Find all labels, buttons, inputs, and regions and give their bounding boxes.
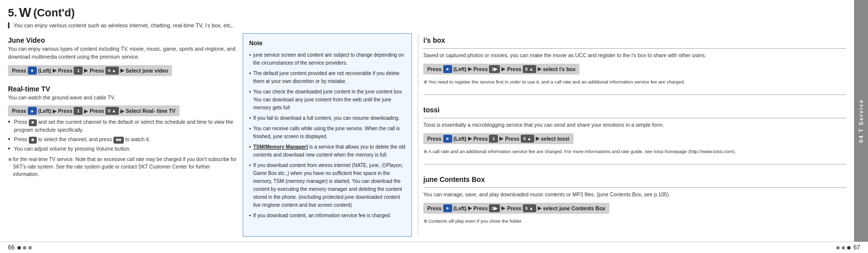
press-label-ts: Press	[427, 136, 442, 142]
press-label3-jv: Press	[90, 68, 104, 74]
title-number: 5.	[8, 6, 17, 19]
june-contents-box-note: Contents sill play even if you close the…	[423, 218, 846, 225]
page-wrapper: 5. W (Cont'd) You can enjoy various cont…	[0, 0, 868, 242]
select-text-ib: select i's box	[543, 66, 576, 72]
num5-btn-ts: 5 ▲	[521, 135, 534, 143]
left-label-jv: (Left)	[38, 68, 51, 74]
note-list: june service screen and content are subj…	[249, 51, 405, 220]
num1-btn-jcb: 1▶	[489, 204, 500, 212]
arrow2-rt: ▶	[84, 108, 88, 114]
arrow1-rt: ▶	[53, 108, 57, 114]
is-box-divider	[423, 48, 846, 49]
arrow1-jcb: ▶	[468, 205, 472, 211]
tsm-label: TSM(Memory Manager)	[253, 144, 308, 150]
footer-right: 67	[836, 244, 860, 251]
press-label3-rt: Press	[90, 108, 104, 114]
press-label2-jcb: Press	[474, 205, 488, 211]
june-contents-box-title: june Contents Box	[423, 175, 846, 183]
rt-note: for the real-time TV service. Note that …	[8, 156, 237, 178]
note-title: Note	[249, 39, 405, 48]
note-item-3: You can check the downloaded june conten…	[249, 88, 405, 112]
rt-bullet-1: Press ■ and set the current channel to t…	[8, 118, 237, 134]
title-suffix: (Cont'd)	[33, 6, 75, 19]
num5-btn-jcb: 5 ▲	[523, 204, 536, 212]
arrow3-rt: ▶	[120, 108, 124, 114]
num5-btn-ib: 5 ▲	[523, 65, 536, 73]
press-label2-jv: Press	[58, 68, 73, 74]
note-item-8: If you download content, an information …	[249, 212, 405, 220]
press-label-jcb: Press	[427, 205, 442, 211]
arrow3-jcb: ▶	[538, 205, 542, 211]
arrow1-ts: ▶	[468, 136, 472, 141]
blue-btn-jcb: ●	[443, 204, 452, 212]
june-contents-box-press-bar: Press ● (Left) ▶ Press 1▶ ▶ Press 5 ▲ ▶ …	[423, 203, 609, 214]
press-label2-ib: Press	[474, 66, 488, 72]
rt-bullet-2: Press ■ to select the channel, and press…	[8, 136, 237, 144]
tossi-divider-top	[423, 94, 846, 95]
left-label-rt: (Left)	[38, 108, 51, 114]
left-column: June Video You can enjoy various types o…	[8, 33, 237, 237]
footer-dots-right	[836, 246, 851, 250]
press-label2-ts: Press	[474, 136, 488, 142]
sidebar-label: 04 T Service	[858, 99, 864, 143]
sidebar-right: 04 T Service	[854, 0, 868, 242]
arrow1-ib: ▶	[468, 66, 472, 72]
arrow2-ib: ▶	[501, 66, 505, 72]
real-time-tv-desc: You can watch the ground-wave and cable …	[8, 94, 237, 102]
note-item-4: If you fail to download a full content, …	[249, 114, 405, 122]
subtitle-bar: You can enjoy various content such as wi…	[8, 22, 846, 28]
tossi-title: tossi	[423, 106, 846, 114]
rt-bullet-3: You can adjust volume by pressing Volume…	[8, 145, 237, 153]
inline-btn-3: ■■	[113, 137, 124, 144]
num5-btn-jv: 5 ▲	[105, 67, 118, 75]
is-box-section: i's box Saved or captured photos or movi…	[423, 33, 846, 85]
tossi-press-bar: Press ● (Left) ▶ Press 1 ▶ Press 5 ▲ ▶ s…	[423, 133, 574, 144]
inline-btn-1: ■	[29, 119, 37, 126]
is-box-desc: Saved or captured photos or movies, you …	[423, 52, 846, 60]
june-video-title: June Video	[8, 36, 237, 44]
real-time-tv-section: Real-time TV You can watch the ground-wa…	[8, 82, 237, 178]
select-text-rt: Select Real- time TV	[126, 108, 176, 114]
press-label2-rt: Press	[58, 108, 73, 114]
press-label-jv: Press	[12, 68, 26, 74]
tossi-note: A call rate and an additional informatio…	[423, 148, 846, 155]
arrow2-ts: ▶	[499, 136, 503, 141]
blue-btn-rt: ●	[28, 107, 37, 115]
select-text-jcb: select june Contents Box	[543, 205, 605, 211]
june-contents-box-desc: You can manage, save, and play downloade…	[423, 191, 846, 199]
num5-btn-rt: 5 ▲	[105, 107, 118, 115]
title-letter: W	[19, 5, 31, 20]
press-label-rt: Press	[12, 108, 26, 114]
arrow1-jv: ▶	[53, 68, 57, 73]
tossi-divider	[423, 118, 846, 118]
real-time-tv-title: Real-time TV	[8, 85, 237, 93]
june-video-press-bar: Press ● (Left) ▶ Press 1 ▶ Press 5 ▲ ▶ S…	[8, 65, 172, 76]
blue-btn-ib: ●	[443, 65, 452, 73]
note-item-2: The default june content provided are no…	[249, 70, 405, 85]
is-box-press-bar: Press ● (Left) ▶ Press 1▶ ▶ Press 5 ▲ ▶ …	[423, 64, 579, 75]
num1-btn-ts: 1	[489, 135, 498, 143]
arrow2-jv: ▶	[84, 68, 88, 73]
footer-left: 66	[8, 244, 32, 251]
press-label3-ib: Press	[507, 66, 521, 72]
dot-5	[842, 246, 845, 250]
arrow3-ib: ▶	[538, 66, 542, 72]
note-item-6: TSM(Memory Manager) is a service that al…	[249, 143, 405, 159]
is-box-title: i's box	[423, 36, 846, 44]
real-time-tv-press-bar: Press ● (Left) ▶ Press 1 ▶ Press 5 ▲ ▶ S…	[8, 105, 180, 116]
left-label-ib: (Left)	[454, 66, 467, 72]
left-label-ts: (Left)	[454, 136, 467, 142]
press-label3-jcb: Press	[507, 205, 521, 211]
num1-btn-rt: 1	[74, 107, 83, 115]
select-text-ts: select tossi	[541, 136, 570, 142]
note-item-1: june service screen and content are subj…	[249, 51, 405, 67]
dot-6	[847, 246, 851, 250]
dot-1	[17, 246, 21, 250]
dot-3	[28, 246, 32, 250]
note-box: Note june service screen and content are…	[243, 33, 412, 237]
inline-btn-2: ■	[29, 137, 37, 144]
press-label-ib: Press	[427, 66, 442, 72]
arrow3-jv: ▶	[120, 68, 124, 73]
arrow3-ts: ▶	[536, 136, 540, 141]
blue-btn-ts: ●	[443, 135, 452, 143]
